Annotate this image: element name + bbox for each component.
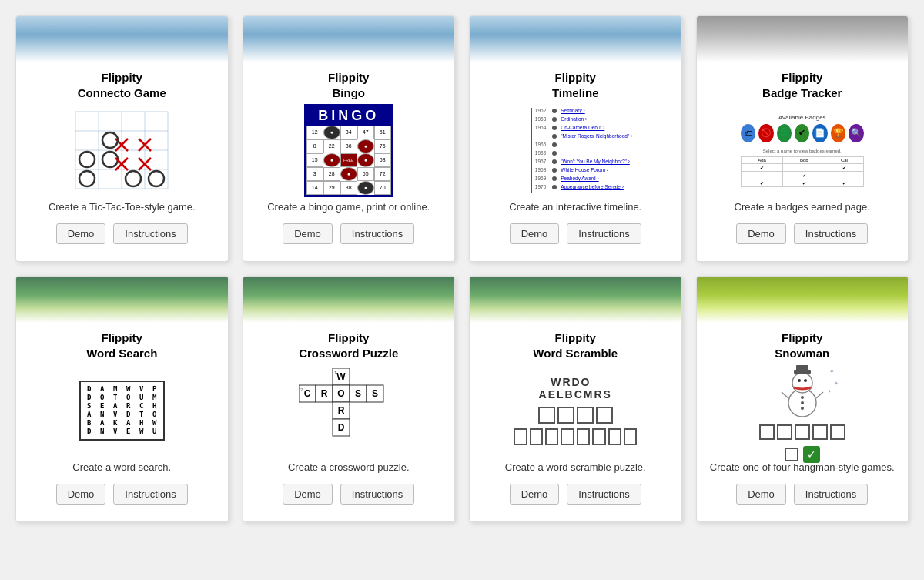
card-buttons: Demo Instructions xyxy=(736,223,868,244)
svg-point-46 xyxy=(801,401,804,404)
badge-icon: 🏆 xyxy=(831,124,845,142)
card-body: FlippityBingo BINGO 12●344761 82236●75 1… xyxy=(243,62,455,261)
badge-icons: 🏷 🚫 💲 ✔ 📄 🏆 🔍 xyxy=(741,124,864,142)
badge-icon: 🏷 xyxy=(741,124,755,142)
demo-button[interactable]: Demo xyxy=(283,223,333,244)
svg-text:R: R xyxy=(337,405,344,416)
svg-text:D: D xyxy=(337,422,344,433)
badge-table: AdaBobCal ✔✔ ✔ ✔✔✔ xyxy=(741,156,864,187)
scramble-letters: WRDO AELBCMRS xyxy=(514,376,637,401)
demo-button[interactable]: Demo xyxy=(56,484,106,505)
wordsearch: DAMWVP DOTOUM SEARCH ANVDTO BAKAHW DNVEW… xyxy=(79,381,165,441)
card-title: FlippityTimeline xyxy=(552,70,599,100)
card-buttons: Demo Instructions xyxy=(283,484,414,505)
svg-text:S: S xyxy=(355,388,361,399)
svg-text:S: S xyxy=(372,388,378,399)
card-buttons: Demo Instructions xyxy=(56,484,188,505)
svg-text:✦: ✦ xyxy=(834,381,839,386)
badge-container: Available Badges 🏷 🚫 💲 ✔ 📄 🏆 🔍 Select a … xyxy=(741,114,864,187)
card-image: BINGO 12●344761 82236●75 15●FREE●68 xyxy=(254,108,444,193)
card-grid: FlippityConnecto Game xyxy=(15,15,909,522)
card-scramble: FlippityWord Scramble WRDO AELBCMRS xyxy=(469,276,682,522)
card-bingo: FlippityBingo BINGO 12●344761 82236●75 1… xyxy=(243,15,456,262)
instructions-button[interactable]: Instructions xyxy=(567,223,641,244)
card-description: Create a crossword puzzle. xyxy=(288,461,410,474)
svg-line-48 xyxy=(782,392,788,398)
card-body: FlippityWord Scramble WRDO AELBCMRS xyxy=(470,323,681,521)
card-image: ✦ ✦ ✦ ✓ xyxy=(708,368,898,453)
instructions-button[interactable]: Instructions xyxy=(340,223,414,244)
card-body: FlippityWord Search DAMWVP DOTOUM SEARCH… xyxy=(16,323,228,521)
card-buttons: Demo Instructions xyxy=(510,484,641,505)
card-title: FlippityConnecto Game xyxy=(78,70,166,100)
snowman-blanks xyxy=(759,424,845,440)
card-description: Create an interactive timeline. xyxy=(509,200,641,214)
snowman-svg: ✦ ✦ ✦ xyxy=(760,358,845,420)
svg-text:R: R xyxy=(320,388,327,399)
card-header xyxy=(697,16,909,62)
demo-button[interactable]: Demo xyxy=(510,223,560,244)
svg-point-44 xyxy=(804,379,807,382)
card-image: WRDO AELBCMRS xyxy=(480,368,671,453)
timeline-container: 1962Seminary › 1963Ordination › 1964On-C… xyxy=(514,108,637,193)
card-header xyxy=(470,277,681,323)
card-header xyxy=(470,16,681,62)
instructions-button[interactable]: Instructions xyxy=(794,484,868,505)
card-header xyxy=(697,277,909,323)
svg-point-43 xyxy=(798,379,801,382)
instructions-button[interactable]: Instructions xyxy=(794,223,868,244)
svg-rect-42 xyxy=(796,365,808,372)
svg-text:W: W xyxy=(336,371,346,382)
card-connecto: FlippityConnecto Game xyxy=(15,15,229,262)
card-buttons: Demo Instructions xyxy=(736,484,868,505)
card-header xyxy=(16,277,228,323)
scramble-boxes-top xyxy=(514,407,637,424)
card-title: FlippityWord Search xyxy=(86,330,157,360)
svg-point-9 xyxy=(79,171,95,186)
demo-button[interactable]: Demo xyxy=(56,223,106,244)
instructions-button[interactable]: Instructions xyxy=(340,484,414,505)
card-body: FlippityBadge Tracker Available Badges 🏷… xyxy=(697,62,909,261)
card-description: Create a word scramble puzzle. xyxy=(505,461,646,474)
card-buttons: Demo Instructions xyxy=(510,223,641,244)
card-title: FlippityCrossword Puzzle xyxy=(299,330,398,360)
badge-title: Available Badges xyxy=(741,114,864,121)
card-body: FlippitySnowman xyxy=(697,323,909,521)
card-badge: FlippityBadge Tracker Available Badges 🏷… xyxy=(696,15,909,262)
card-header xyxy=(16,16,228,62)
svg-point-47 xyxy=(801,407,804,410)
svg-text:✦: ✦ xyxy=(829,368,835,375)
card-image: Available Badges 🏷 🚫 💲 ✔ 📄 🏆 🔍 Select a … xyxy=(708,108,898,193)
demo-button[interactable]: Demo xyxy=(510,484,560,505)
card-description: Create a word search. xyxy=(72,461,171,474)
card-wordsearch: FlippityWord Search DAMWVP DOTOUM SEARCH… xyxy=(15,276,229,522)
card-body: FlippityConnecto Game xyxy=(16,62,228,261)
crossword-image: W 1 C 2 R O S xyxy=(299,368,399,453)
connecto-image xyxy=(68,108,176,193)
card-title: FlippitySnowman xyxy=(775,330,829,360)
badge-icon: 🔍 xyxy=(849,124,863,142)
instructions-button[interactable]: Instructions xyxy=(113,223,187,244)
badge-icon: ✔ xyxy=(795,124,809,142)
card-description: Create one of four hangman-style games. xyxy=(710,461,895,474)
demo-button[interactable]: Demo xyxy=(736,484,786,505)
demo-button[interactable]: Demo xyxy=(736,223,786,244)
badge-icon: 💲 xyxy=(777,124,792,142)
demo-button[interactable]: Demo xyxy=(283,484,333,505)
svg-line-49 xyxy=(816,392,823,398)
bingo-card: BINGO 12●344761 82236●75 15●FREE●68 xyxy=(304,104,393,197)
card-buttons: Demo Instructions xyxy=(283,223,414,244)
snowman-container: ✦ ✦ ✦ ✓ xyxy=(741,358,864,463)
bingo-header: BINGO xyxy=(306,106,391,126)
svg-point-7 xyxy=(79,152,95,167)
badge-icon: 📄 xyxy=(812,124,827,142)
svg-point-20 xyxy=(126,171,141,186)
instructions-button[interactable]: Instructions xyxy=(567,484,641,505)
card-buttons: Demo Instructions xyxy=(56,223,188,244)
svg-text:C: C xyxy=(303,388,310,399)
card-snowman: FlippitySnowman xyxy=(696,276,909,522)
card-header xyxy=(243,277,455,323)
scramble-boxes-bottom xyxy=(514,428,637,445)
instructions-button[interactable]: Instructions xyxy=(113,484,187,505)
badge-icon: 🚫 xyxy=(758,124,773,142)
